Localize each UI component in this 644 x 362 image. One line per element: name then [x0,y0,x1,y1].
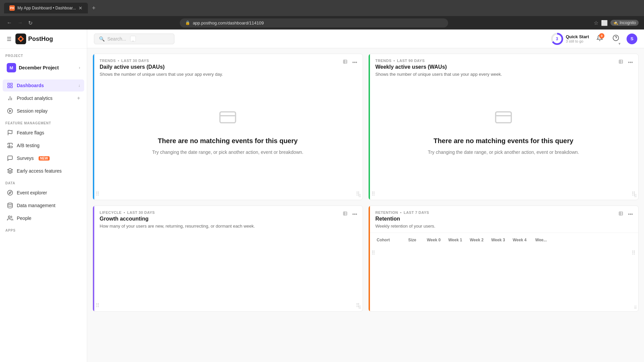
tab-close-button[interactable]: ✕ [78,5,83,11]
quick-start-label: Quick Start [566,34,589,39]
event-explorer-label: Event explorer [17,190,47,195]
sidebar-item-feature-flags[interactable]: Feature flags [3,127,84,139]
app-container: ☰ PostHog PROJECT M December Project › [0,29,644,362]
retention-col-week1: Week 1 [445,236,465,244]
logo-svg [15,34,26,44]
retention-drag-handle[interactable]: ⠿ [371,250,375,256]
event-explorer-icon [7,189,13,196]
user-avatar[interactable]: S [627,34,637,44]
data-management-label: Data management [17,203,55,208]
sidebar-item-people[interactable]: People [3,212,84,224]
sidebar-item-session-replay[interactable]: Session replay [3,105,84,117]
svg-rect-27 [343,212,347,216]
browser-tab[interactable]: PH My App Dashboard • Dashboar... ✕ [4,3,88,13]
search-bar[interactable]: 🔍 Search... _ [94,34,174,44]
sidebar-item-ab-testing[interactable]: A/B testing [3,139,84,152]
data-section-label: DATA [0,177,87,186]
sidebar-item-dashboards[interactable]: Dashboards ↓ [3,79,84,92]
retention-desc: Weekly retention of your users. [375,223,633,229]
wau-desc: Shows the number of unique users that us… [375,71,633,77]
search-shortcut: _ [130,36,136,42]
back-button[interactable]: ← [5,18,13,27]
dashboard-grid: TRENDS • LAST 30 DAYS Daily active users… [87,48,644,317]
svg-marker-12 [9,192,11,194]
svg-point-11 [8,190,13,195]
reload-button[interactable]: ↻ [27,18,34,27]
dau-resize-handle[interactable]: ⠿ [358,194,361,198]
wau-meta-type: TRENDS [375,59,391,63]
retention-more-button[interactable]: ••• [627,210,634,218]
app-header: 🔍 Search... _ 3 Quick Start 3 still to g… [87,29,644,48]
url-bar[interactable]: 🔒 app.posthog.com/dashboard/114109 [180,18,448,27]
growth-more-button[interactable]: ••• [351,210,359,218]
sidebar-item-product-analytics[interactable]: Product analytics + [3,92,84,104]
retention-card: RETENTION • LAST 7 DAYS Retention Weekly… [368,205,639,312]
growth-resize-handle[interactable]: ⠿ [358,305,361,310]
hamburger-button[interactable]: ☰ [5,35,13,44]
svg-rect-1 [8,83,9,85]
product-analytics-label: Product analytics [17,96,53,101]
growth-drag-handle[interactable]: ⠿ [96,302,100,309]
wau-table-button[interactable] [617,58,625,66]
retention-drag-handle-right[interactable]: ⠿ [632,250,636,256]
product-analytics-add-icon[interactable]: + [77,95,80,101]
apps-section-label: APPS [0,225,87,234]
retention-footer: ⠿ ⠿ [369,247,638,259]
help-button[interactable]: ▼ [610,33,621,45]
wau-header: TRENDS • LAST 90 DAYS Weekly active user… [369,54,638,81]
surveys-new-badge: NEW [39,156,50,161]
dau-table-button[interactable] [341,58,349,66]
wau-resize-handle[interactable]: ⠿ [634,194,637,198]
dau-more-button[interactable]: ••• [351,58,359,66]
posthog-logo: PostHog [15,34,53,44]
forward-button[interactable]: → [16,18,24,27]
ab-testing-icon [7,142,13,149]
wau-empty-icon [494,108,513,130]
sidebar-item-early-access[interactable]: Early access features [3,165,84,177]
sidebar-item-event-explorer[interactable]: Event explorer [3,187,84,199]
notifications-button[interactable]: 0 [594,33,605,45]
svg-rect-2 [11,83,12,85]
wau-more-button[interactable]: ••• [627,58,634,66]
url-text: app.posthog.com/dashboard/114109 [193,20,264,25]
retention-col-week4: Week 4 [509,236,530,244]
quick-start-text: Quick Start 3 still to go [566,34,589,43]
wau-meta-period: LAST 90 DAYS [397,59,425,63]
product-analytics-icon [7,95,13,102]
svg-point-13 [8,203,12,205]
growth-title: Growth accounting [100,216,357,222]
extensions-icon[interactable]: ⬜ [601,20,608,26]
quick-start-number: 3 [553,35,561,43]
wau-meta: TRENDS • LAST 90 DAYS [375,59,633,63]
wau-drag-handle[interactable]: ⠿ [371,191,375,197]
dau-empty-icon [218,108,237,130]
dashboards-chevron-icon: ↓ [78,83,80,88]
address-bar: ← → ↻ 🔒 app.posthog.com/dashboard/114109… [0,16,644,29]
growth-desc: How many of your users are new, returnin… [100,223,357,229]
nav-buttons: ← → ↻ [5,18,34,27]
sidebar-item-surveys[interactable]: Surveys NEW [3,152,84,164]
ab-testing-label: A/B testing [17,143,40,148]
wau-empty-title: There are no matching events for this qu… [434,137,574,145]
dau-drag-handle[interactable]: ⠿ [96,191,100,197]
growth-table-button[interactable] [341,210,349,218]
quick-start-button[interactable]: 3 Quick Start 3 still to go [551,33,589,45]
favicon-icon: PH [9,5,15,11]
dau-header: TRENDS • LAST 30 DAYS Daily active users… [93,54,363,81]
sidebar-item-data-management[interactable]: Data management [3,199,84,212]
search-icon: 🔍 [99,36,105,42]
retention-table-button[interactable] [617,210,625,218]
retention-resize-handle[interactable]: ⠿ [634,305,637,310]
new-tab-button[interactable]: + [92,5,96,12]
dashboards-icon [7,82,13,89]
bookmark-icon[interactable]: ☆ [594,20,598,26]
wau-card: TRENDS • LAST 90 DAYS Weekly active user… [368,54,639,200]
project-selector[interactable]: M December Project › [3,60,84,75]
growth-footer: ⠿ ⠿ [93,300,363,311]
svg-point-14 [8,216,10,218]
retention-title: Retention [375,216,633,222]
svg-rect-26 [496,112,512,123]
wau-title: Weekly active users (WAUs) [375,64,633,70]
incognito-badge: 🕵 Incognito [610,20,639,26]
growth-body [93,233,363,300]
